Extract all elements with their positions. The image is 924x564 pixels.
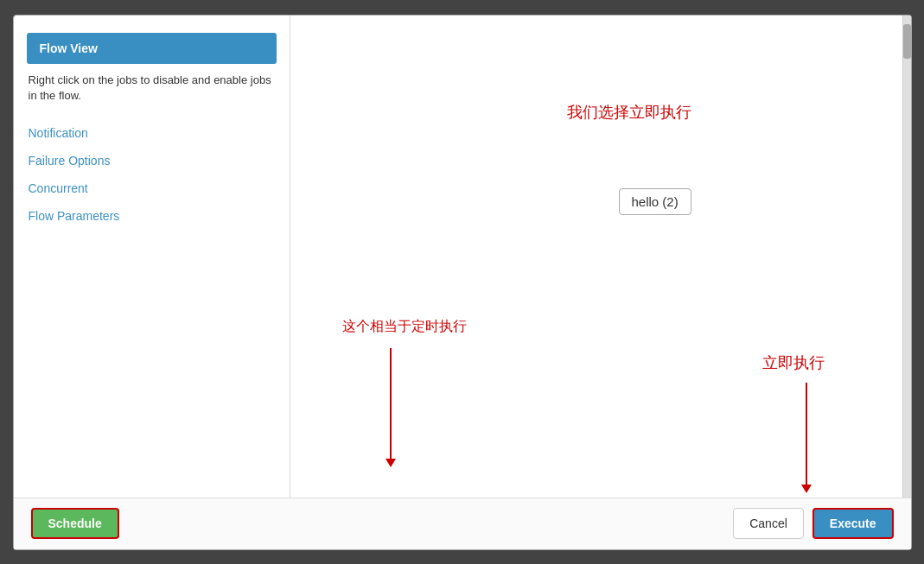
modal-footer: Schedule Cancel Execute <box>14 497 911 549</box>
schedule-button[interactable]: Schedule <box>31 508 119 539</box>
cancel-button[interactable]: Cancel <box>733 508 804 539</box>
sidebar-item-concurrent[interactable]: Concurrent <box>27 174 277 202</box>
scrollbar-thumb[interactable] <box>903 24 911 59</box>
execute-button[interactable]: Execute <box>812 508 894 539</box>
flow-view-button[interactable]: Flow View <box>27 33 277 64</box>
main-content: 我们选择立即执行 hello (2) 这个相当于定时执行 立即执行 <box>290 16 911 497</box>
modal-overlay: Flow View Right click on the jobs to dis… <box>0 0 924 564</box>
footer-actions: Cancel Execute <box>733 508 893 539</box>
hello-badge[interactable]: hello (2) <box>619 188 691 215</box>
sidebar-item-notification[interactable]: Notification <box>27 119 277 147</box>
sidebar-description: Right click on the jobs to disable and e… <box>27 73 277 104</box>
arrow-left-icon <box>390 348 392 460</box>
scrollbar[interactable] <box>902 16 911 497</box>
sidebar-item-flow-parameters[interactable]: Flow Parameters <box>27 202 277 230</box>
annotation-right: 立即执行 <box>762 352 825 373</box>
sidebar: Flow View Right click on the jobs to dis… <box>14 16 290 497</box>
modal-body: Flow View Right click on the jobs to dis… <box>14 16 911 497</box>
sidebar-item-failure-options[interactable]: Failure Options <box>27 147 277 174</box>
arrow-right-icon <box>806 383 807 486</box>
annotation-left: 这个相当于定时执行 <box>342 318 467 336</box>
modal-dialog: Flow View Right click on the jobs to dis… <box>13 15 912 550</box>
annotation-top: 我们选择立即执行 <box>567 102 691 123</box>
